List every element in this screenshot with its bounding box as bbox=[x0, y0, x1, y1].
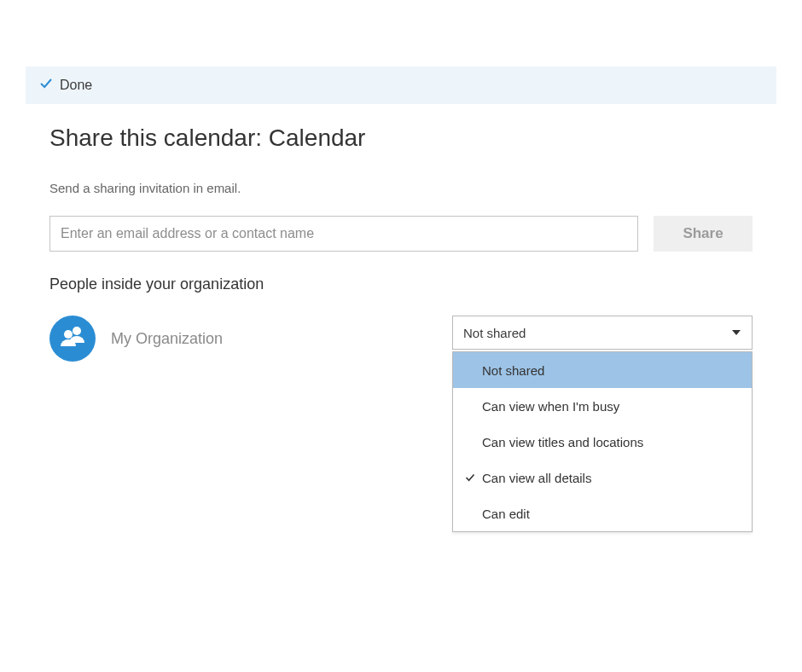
permission-selected: Not shared bbox=[463, 326, 526, 340]
checkmark-icon bbox=[463, 472, 477, 483]
chevron-down-icon bbox=[731, 326, 741, 340]
share-calendar-panel: Done Share this calendar: Calendar Send … bbox=[26, 67, 776, 605]
org-name: My Organization bbox=[111, 330, 223, 348]
section-title: People inside your organization bbox=[49, 275, 753, 293]
toolbar: Done bbox=[26, 67, 776, 104]
permission-option-details[interactable]: Can view all details bbox=[453, 460, 752, 495]
share-email-input[interactable] bbox=[49, 216, 638, 252]
share-subtext: Send a sharing invitation in email. bbox=[49, 181, 753, 195]
share-button[interactable]: Share bbox=[654, 216, 753, 252]
permission-menu: Not shared Can view when I'm busy Can vi… bbox=[452, 351, 753, 532]
org-avatar bbox=[49, 316, 96, 362]
org-row: My Organization Not shared Not shared bbox=[49, 316, 753, 362]
page-title: Share this calendar: Calendar bbox=[49, 125, 753, 152]
permission-option-label: Not shared bbox=[477, 363, 544, 378]
permission-option-label: Can view when I'm busy bbox=[477, 399, 619, 414]
svg-point-0 bbox=[73, 327, 81, 335]
share-row: Share bbox=[49, 216, 753, 252]
svg-point-1 bbox=[64, 330, 73, 339]
permission-option-label: Can view titles and locations bbox=[477, 435, 643, 449]
permission-option-label: Can view all details bbox=[477, 471, 591, 485]
permission-option-not-shared[interactable]: Not shared bbox=[453, 352, 752, 388]
permission-option-edit[interactable]: Can edit bbox=[453, 495, 752, 531]
checkmark-icon bbox=[39, 77, 53, 94]
permission-option-busy[interactable]: Can view when I'm busy bbox=[453, 388, 752, 424]
permission-dropdown[interactable]: Not shared bbox=[452, 316, 753, 350]
permission-option-label: Can edit bbox=[477, 507, 530, 521]
permission-option-titles[interactable]: Can view titles and locations bbox=[453, 424, 752, 460]
svg-marker-2 bbox=[732, 330, 741, 335]
done-button-label: Done bbox=[60, 78, 92, 93]
done-button[interactable]: Done bbox=[39, 77, 92, 94]
people-icon bbox=[58, 322, 87, 355]
